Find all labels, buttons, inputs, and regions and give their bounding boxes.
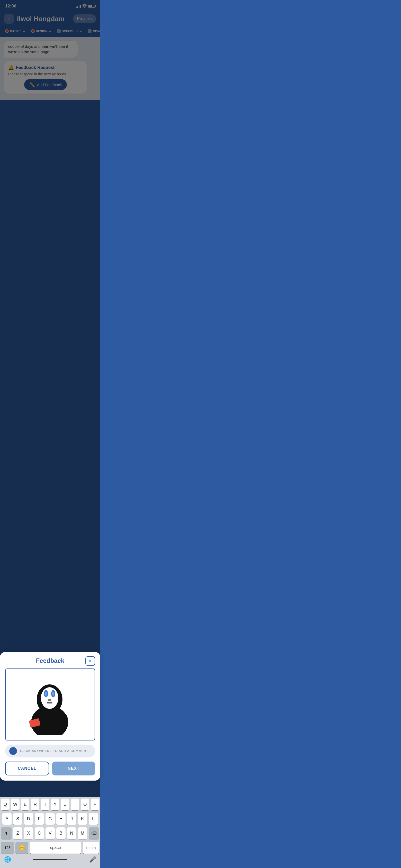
modal-overlay [0,0,100,217]
